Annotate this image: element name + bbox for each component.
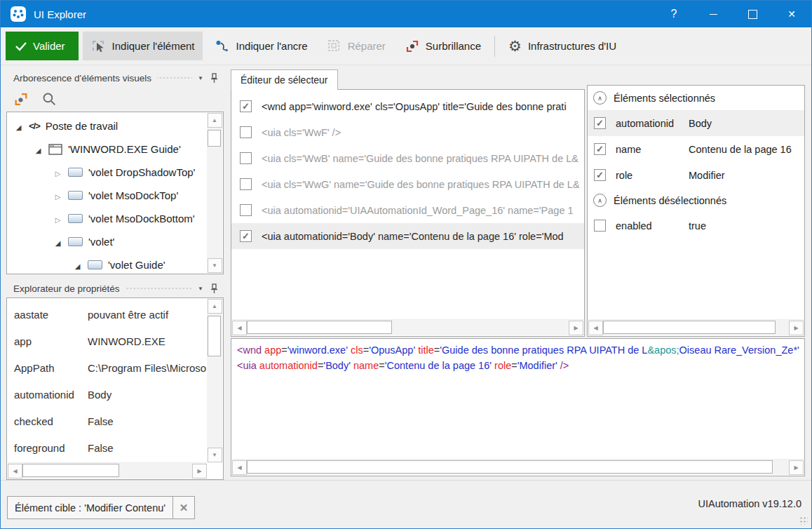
panel-menu-arrow-icon[interactable]: ▼: [198, 286, 203, 292]
attribute-row[interactable]: nameContenu de la page 16: [588, 136, 804, 162]
scroll-up-button[interactable]: ▲: [208, 299, 222, 314]
minimize-button[interactable]: [693, 1, 733, 27]
scroll-thumb[interactable]: [603, 321, 776, 334]
toolbar: Valider Indiquer l'élément Indiquer l'an…: [1, 27, 811, 65]
tree-node[interactable]: 'volet DropShadowTop': [7, 161, 223, 184]
remove-target-button[interactable]: ✕: [173, 496, 195, 519]
tree-node[interactable]: 'volet MsoDockTop': [7, 184, 223, 207]
close-button[interactable]: [772, 1, 811, 27]
scroll-left-button[interactable]: ◀: [8, 464, 22, 478]
attribute-row[interactable]: automationidBody: [588, 110, 804, 136]
selector-row[interactable]: <uia cls='WwB' name='Guide des bonne pra…: [231, 145, 584, 171]
row-checkbox[interactable]: [240, 204, 252, 216]
code-hscroll[interactable]: ◀ ▶: [232, 459, 804, 475]
properties-title: Explorateur de propriétés: [6, 283, 120, 294]
pin-icon[interactable]: [210, 283, 218, 294]
indicate-anchor-button[interactable]: Indiquer l'ancre: [207, 32, 316, 60]
expander-icon[interactable]: [53, 166, 62, 178]
search-icon[interactable]: [41, 91, 57, 107]
tree-node[interactable]: 'volet Guide': [7, 253, 223, 274]
tree-node[interactable]: 'WINWORD.EXE Guide': [7, 138, 223, 161]
pane-icon: [88, 260, 102, 269]
property-row[interactable]: appWINWORD.EXE: [7, 328, 223, 354]
attribute-checkbox[interactable]: [594, 169, 606, 181]
row-checkbox[interactable]: [240, 178, 252, 190]
scroll-right-button[interactable]: ▶: [789, 321, 804, 335]
selector-row[interactable]: <uia cls='WwG' name='Guide des bonne pra…: [231, 171, 584, 197]
expander-icon[interactable]: [53, 189, 62, 201]
attribute-checkbox[interactable]: [594, 117, 606, 129]
property-row[interactable]: aastatepouvant être actif: [7, 301, 223, 328]
collapse-icon[interactable]: ∧: [593, 91, 607, 105]
scroll-right-button[interactable]: ▶: [569, 321, 583, 335]
scroll-right-button[interactable]: ▶: [192, 464, 207, 478]
attribute-checkbox[interactable]: [594, 220, 606, 232]
props-vscroll[interactable]: ▲ ▼: [207, 299, 222, 462]
row-checkbox[interactable]: [240, 126, 252, 138]
property-row[interactable]: checkedFalse: [7, 408, 223, 434]
pin-icon[interactable]: [210, 73, 218, 83]
statusbar: Élément cible : 'Modifier Contenu' ✕ UIA…: [1, 480, 811, 528]
scroll-left-button[interactable]: ◀: [588, 321, 603, 335]
selector-row[interactable]: <wnd app='winword.exe' cls='OpusApp' tit…: [231, 93, 584, 119]
attribute-name: name: [606, 144, 689, 155]
attributes-hscroll[interactable]: ◀ ▶: [588, 319, 804, 335]
selector-row[interactable]: <uia automationid='Body' name='Contenu d…: [231, 223, 584, 249]
panel-menu-arrow-icon[interactable]: ▼: [198, 75, 203, 81]
scroll-left-button[interactable]: ◀: [232, 321, 247, 335]
scroll-down-button[interactable]: ▼: [208, 258, 222, 273]
scroll-down-button[interactable]: ▼: [208, 448, 222, 462]
selector-code-panel[interactable]: <wnd app='winword.exe' cls='OpusApp' tit…: [231, 338, 805, 476]
selector-row[interactable]: <uia automationid='UIAAutomationId_Word_…: [231, 197, 584, 223]
highlight-button[interactable]: Surbrillance: [398, 32, 489, 60]
scroll-thumb[interactable]: [208, 316, 221, 356]
drag-handle-dots[interactable]: [126, 286, 192, 291]
tree-node[interactable]: 'volet MsoDockBottom': [7, 207, 223, 230]
property-row[interactable]: foregroundFalse: [7, 434, 223, 461]
code-token: automationid: [259, 360, 318, 371]
tree-node[interactable]: 'volet': [7, 230, 223, 253]
drag-handle-dots[interactable]: [157, 76, 192, 81]
highlight-tool-icon[interactable]: [13, 92, 29, 107]
code-token: =: [511, 360, 517, 371]
property-row[interactable]: AppPathC:\Program Files\Microso: [7, 354, 223, 381]
property-value: C:\Program Files\Microso: [88, 362, 223, 374]
expander-icon[interactable]: [53, 236, 62, 248]
selector-code-text[interactable]: <wnd app='winword.exe' cls='OpusApp' tit…: [231, 339, 804, 377]
scroll-thumb[interactable]: [247, 321, 392, 334]
attribute-row[interactable]: enabledtrue: [588, 213, 804, 239]
collapse-icon[interactable]: ∧: [593, 194, 607, 207]
maximize-button[interactable]: [733, 1, 772, 27]
scroll-thumb[interactable]: [247, 460, 773, 474]
row-checkbox[interactable]: [240, 230, 252, 242]
indicate-element-button[interactable]: Indiquer l'élément: [83, 32, 203, 60]
selector-hscroll[interactable]: ◀ ▶: [232, 319, 583, 335]
selector-editor-tab[interactable]: Éditeur de sélecteur: [231, 69, 338, 90]
row-checkbox[interactable]: [240, 152, 252, 164]
expander-icon[interactable]: [53, 213, 62, 225]
help-button[interactable]: ?: [654, 1, 693, 27]
resize-grip[interactable]: [799, 516, 808, 525]
ui-frameworks-button[interactable]: ⚙ Infrastructures d'IU: [501, 32, 624, 60]
property-row[interactable]: automationidBody: [7, 381, 223, 408]
scroll-left-button[interactable]: ◀: [232, 460, 247, 475]
tree-node[interactable]: </>Poste de travail: [7, 114, 223, 138]
scroll-thumb[interactable]: [208, 130, 221, 147]
tree-vscroll[interactable]: ▲ ▼: [207, 113, 222, 273]
selector-editor-panel: Éditeur de sélecteur <wnd app='winword.e…: [231, 69, 585, 337]
scroll-thumb[interactable]: [22, 464, 119, 477]
row-checkbox[interactable]: [240, 100, 252, 112]
expander-icon[interactable]: [14, 120, 23, 132]
code-line: <uia automationid='Body' name='Contenu d…: [237, 358, 799, 373]
props-hscroll[interactable]: ◀ ▶: [8, 462, 207, 478]
expander-icon[interactable]: [34, 143, 43, 155]
attribute-row[interactable]: roleModifier: [588, 162, 804, 188]
scroll-right-button[interactable]: ▶: [789, 460, 804, 475]
scroll-up-button[interactable]: ▲: [208, 113, 222, 128]
selector-row[interactable]: <uia cls='WwF' />: [231, 119, 584, 145]
attribute-checkbox[interactable]: [594, 143, 606, 155]
validate-button[interactable]: Valider: [6, 32, 79, 60]
target-element-label: Élément cible : 'Modifier Contenu': [7, 496, 173, 519]
tree-node-label: 'WINWORD.EXE Guide': [68, 143, 181, 155]
expander-icon[interactable]: [73, 259, 82, 271]
